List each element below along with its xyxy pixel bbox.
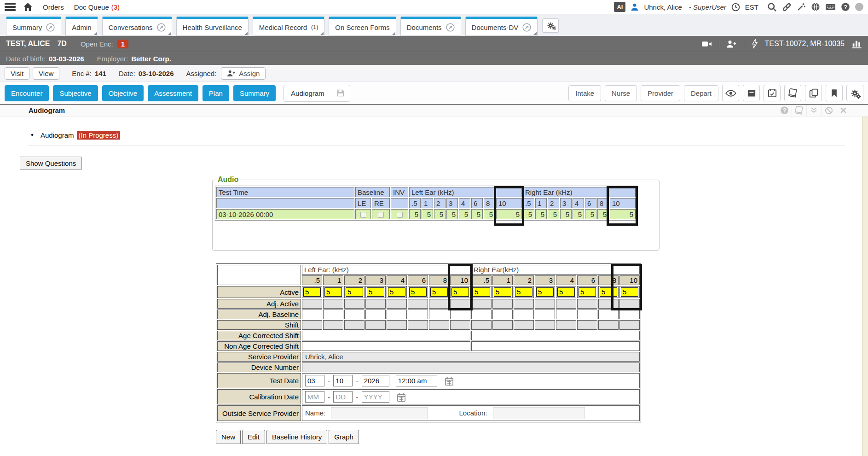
- orders-link[interactable]: Orders: [43, 3, 64, 11]
- copy-button[interactable]: [805, 85, 822, 101]
- bookmark-icon: [831, 89, 838, 98]
- archive-button[interactable]: [743, 85, 760, 101]
- plan-button[interactable]: Plan: [203, 85, 229, 101]
- tab-conversations[interactable]: Conversations: [102, 17, 172, 36]
- objective-button[interactable]: Objective: [102, 85, 144, 101]
- inv-checkbox[interactable]: [397, 212, 403, 218]
- audio-grid-cell: [471, 299, 492, 309]
- ban-icon[interactable]: [821, 105, 836, 116]
- visit-button[interactable]: Visit: [5, 67, 29, 80]
- save-icon[interactable]: [331, 85, 350, 101]
- calibration-year-input[interactable]: [362, 391, 389, 403]
- tab-documents-dv[interactable]: Documents-DV: [465, 17, 538, 36]
- provider-button[interactable]: Provider: [641, 85, 680, 101]
- add-user-icon[interactable]: [726, 40, 737, 48]
- active-threshold-input[interactable]: 5: [473, 287, 490, 297]
- show-questions-button[interactable]: Show Questions: [20, 157, 82, 170]
- assign-button[interactable]: Assign: [221, 67, 266, 80]
- baseline-history-button[interactable]: Baseline History: [266, 430, 327, 444]
- subjective-button[interactable]: Subjective: [53, 85, 98, 101]
- calendar-check-button[interactable]: [764, 85, 781, 101]
- depart-button[interactable]: Depart: [684, 85, 718, 101]
- frequency-header-cell: 10: [619, 275, 640, 285]
- document-link[interactable]: Audiogram: [41, 131, 74, 139]
- test-date-calendar-icon[interactable]: [445, 377, 454, 386]
- active-threshold-input[interactable]: 5: [600, 287, 617, 297]
- assigned-label: Assigned:: [186, 70, 216, 77]
- open-enc-count-badge[interactable]: 1: [117, 40, 128, 48]
- graph-button[interactable]: Graph: [329, 430, 359, 444]
- help-circle-icon[interactable]: ?: [777, 105, 792, 116]
- audiogram-tab-label: Audiogram: [284, 89, 331, 97]
- external-link-icon[interactable]: [446, 23, 455, 32]
- tab-admin[interactable]: Admin: [65, 17, 98, 36]
- close-icon[interactable]: [836, 105, 851, 116]
- active-threshold-input[interactable]: 5: [324, 287, 342, 297]
- tab-on-screen-forms[interactable]: On Screen Forms: [329, 17, 396, 36]
- audio-grid-cell: [556, 310, 576, 319]
- test-date-year-input[interactable]: [362, 375, 389, 386]
- external-link-icon[interactable]: [157, 23, 166, 32]
- bookmark-button[interactable]: [826, 85, 843, 101]
- active-threshold-input[interactable]: 5: [388, 287, 405, 297]
- external-link-icon[interactable]: [46, 23, 55, 32]
- new-button[interactable]: New: [216, 430, 241, 444]
- active-threshold-input[interactable]: 5: [430, 287, 448, 297]
- home-icon[interactable]: [23, 2, 33, 12]
- encounter-button[interactable]: Encounter: [5, 85, 49, 101]
- link-icon[interactable]: [782, 2, 792, 12]
- active-threshold-input[interactable]: 5: [303, 287, 321, 297]
- tab-summary[interactable]: Summary: [6, 17, 61, 36]
- settings-button[interactable]: [846, 85, 863, 101]
- tab-medical-record[interactable]: Medical Record (1): [253, 17, 325, 36]
- tab-settings-button[interactable]: [542, 18, 559, 33]
- user-name[interactable]: Uhrick, Alice: [644, 3, 682, 11]
- active-threshold-input[interactable]: 5: [409, 287, 427, 297]
- chart-icon[interactable]: [851, 39, 862, 48]
- edit-button[interactable]: Edit: [242, 430, 265, 444]
- keyboard-icon[interactable]: [825, 3, 836, 12]
- test-time-input[interactable]: [396, 375, 437, 386]
- help-icon[interactable]: ?: [841, 2, 850, 12]
- active-threshold-input[interactable]: 5: [557, 287, 575, 297]
- active-threshold-input[interactable]: 5: [621, 287, 638, 297]
- threshold-value-cell: 5: [434, 209, 446, 219]
- lightning-icon[interactable]: [751, 39, 758, 49]
- nurse-button[interactable]: Nurse: [605, 85, 637, 101]
- active-threshold-input[interactable]: 5: [367, 287, 384, 297]
- book-icon[interactable]: [792, 105, 806, 116]
- baseline-le-checkbox[interactable]: [360, 212, 366, 218]
- wand-icon[interactable]: [797, 2, 806, 12]
- video-camera-icon[interactable]: [701, 40, 712, 48]
- summary-button[interactable]: Summary: [233, 85, 276, 101]
- active-threshold-input[interactable]: 5: [536, 287, 554, 297]
- active-threshold-input[interactable]: 5: [579, 287, 596, 297]
- active-threshold-input[interactable]: 5: [515, 287, 532, 297]
- hamburger-menu-icon[interactable]: [5, 3, 16, 11]
- calibration-calendar-icon[interactable]: [397, 393, 406, 402]
- calibration-day-input[interactable]: [333, 391, 353, 403]
- chevron-double-down-icon[interactable]: [806, 105, 821, 116]
- external-link-icon[interactable]: [522, 23, 531, 32]
- active-threshold-input[interactable]: 5: [494, 287, 511, 297]
- view-button[interactable]: View: [33, 67, 59, 80]
- doc-queue-link[interactable]: Doc Queue: [74, 3, 109, 11]
- calibration-month-input[interactable]: [305, 391, 324, 403]
- book-button[interactable]: [784, 85, 801, 101]
- globe-icon[interactable]: [811, 2, 820, 12]
- test-date-day-input[interactable]: [333, 375, 353, 386]
- test-date-month-input[interactable]: [305, 375, 324, 386]
- audiogram-doc-tab[interactable]: Audiogram: [284, 85, 350, 102]
- tab-documents[interactable]: Documents: [400, 17, 461, 36]
- assessment-button[interactable]: Assessment: [148, 85, 198, 101]
- baseline-re-checkbox[interactable]: [378, 212, 384, 218]
- search-icon[interactable]: [767, 2, 777, 12]
- threshold-value-cell: 5: [471, 209, 483, 219]
- eye-button[interactable]: [722, 85, 739, 101]
- active-threshold-input[interactable]: 5: [451, 287, 469, 297]
- active-threshold-input[interactable]: 5: [346, 287, 363, 297]
- intake-button[interactable]: Intake: [568, 85, 601, 101]
- tab-health-surveillance[interactable]: Health Surveillance: [176, 17, 249, 36]
- ai-badge[interactable]: AI: [614, 2, 625, 12]
- scrollbar[interactable]: [862, 117, 868, 456]
